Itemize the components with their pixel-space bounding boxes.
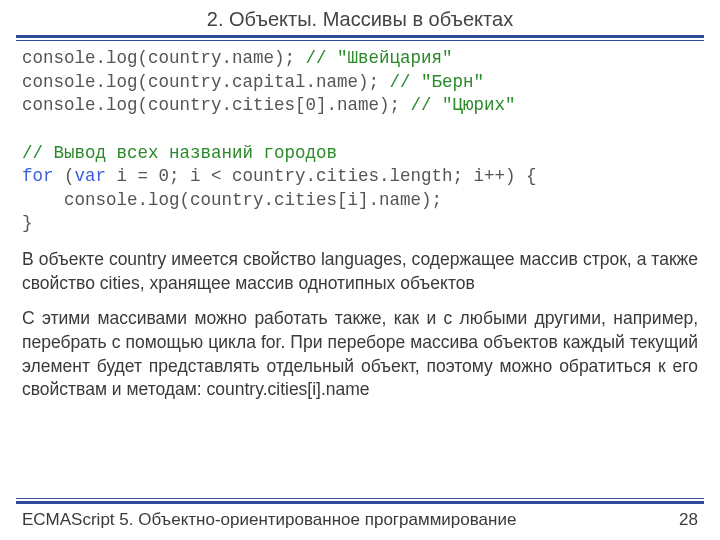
content-area: console.log(country.name); // "Швейцария…	[0, 41, 720, 402]
divider-bottom-thin	[16, 498, 704, 499]
code-comment: // "Берн"	[390, 72, 485, 92]
footer: ECMAScript 5. Объектно-ориентированное п…	[0, 510, 720, 530]
code-text: (	[54, 166, 75, 186]
paragraph-1: В объекте country имеется свойство langu…	[22, 248, 698, 295]
code-text: }	[22, 213, 33, 233]
slide: 2. Объекты. Массивы в объектах console.l…	[0, 0, 720, 540]
page-number: 28	[679, 510, 698, 530]
code-comment: // "Швейцария"	[306, 48, 453, 68]
footer-wrap: ECMAScript 5. Объектно-ориентированное п…	[0, 498, 720, 530]
code-block: console.log(country.name); // "Швейцария…	[22, 47, 698, 236]
paragraph-2: С этими массивами можно работать также, …	[22, 307, 698, 402]
code-text: console.log(country.capital.name);	[22, 72, 390, 92]
page-title: 2. Объекты. Массивы в объектах	[0, 0, 720, 31]
code-keyword: for	[22, 166, 54, 186]
divider-top-thick	[16, 35, 704, 38]
code-text: console.log(country.cities[i].name);	[22, 190, 442, 210]
code-text: console.log(country.cities[0].name);	[22, 95, 411, 115]
code-text: console.log(country.name);	[22, 48, 306, 68]
footer-text: ECMAScript 5. Объектно-ориентированное п…	[22, 510, 516, 530]
code-text: i = 0; i < country.cities.length; i++) {	[106, 166, 537, 186]
code-comment: // "Цюрих"	[411, 95, 516, 115]
code-keyword: var	[75, 166, 107, 186]
divider-bottom-thick	[16, 501, 704, 504]
code-comment: // Вывод всех названий городов	[22, 143, 337, 163]
